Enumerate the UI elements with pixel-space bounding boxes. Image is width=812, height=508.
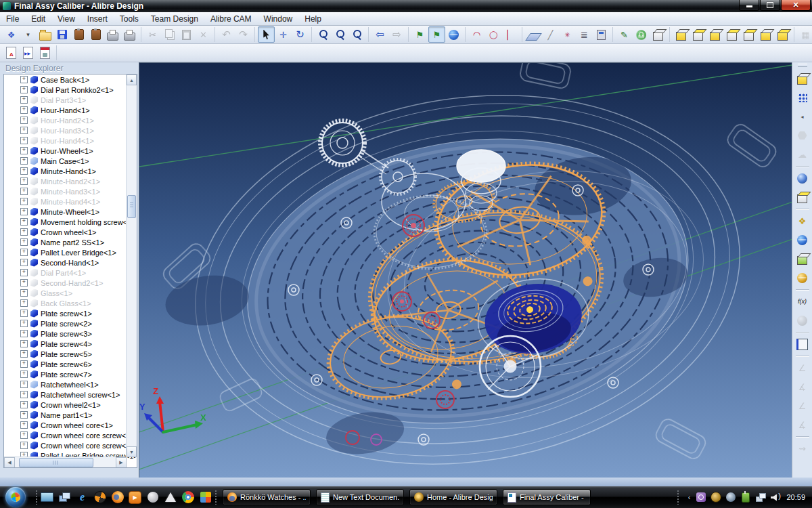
scroll-down-button[interactable]: ▼ [127,446,137,457]
new-dropdown-button[interactable]: ▾ [20,26,37,43]
notebook-button[interactable] [794,335,811,353]
tree-item[interactable]: +Glass<1> [4,288,137,298]
collapse-button[interactable]: ◂ [794,108,811,125]
tray-grip[interactable] [677,490,679,505]
help-cube-button[interactable] [650,26,667,43]
expand-toggle[interactable]: + [20,391,28,398]
tree-item[interactable]: +Name part1<1> [4,410,137,420]
viewport-3d[interactable]: Z Y X [139,62,792,478]
expand-toggle[interactable]: + [20,442,28,449]
render-sphere-button[interactable] [794,169,811,187]
print-preview-button[interactable] [121,26,138,43]
rotate-button[interactable]: ↻ [292,26,309,43]
vertical-scroll-thumb[interactable] [127,195,136,218]
tree-item[interactable]: +Plate screw<6> [4,359,137,369]
menu-tools[interactable]: Tools [114,14,145,24]
tree-item[interactable]: +Plate screw<2> [4,318,137,329]
avg-icon[interactable] [93,491,106,504]
expand-toggle[interactable]: + [20,350,28,358]
pattern-dots-button[interactable] [794,89,811,106]
expand-toggle[interactable]: + [20,320,28,327]
media-player-icon[interactable]: ▶ [129,491,141,504]
view-right-button[interactable] [723,26,740,43]
tree-item[interactable]: +Minute-Hand2<1> [4,176,137,186]
tree-item[interactable]: +Minute-Wheel<1> [4,207,137,217]
tree-item[interactable]: +Hour-Hand<1> [4,105,137,115]
horizontal-scroll-thumb[interactable] [19,458,93,467]
expand-toggle[interactable]: + [20,167,28,175]
tree-item[interactable]: +Hour-Hand2<1> [4,115,137,125]
tree-item[interactable]: +Crown wheel<1> [4,227,137,237]
scroll-right-button[interactable]: ▶ [116,457,127,468]
gold-globe-button[interactable] [794,269,811,287]
expand-toggle[interactable]: + [20,76,28,83]
expand-toggle[interactable]: + [20,198,28,205]
view-front-button[interactable] [673,26,690,43]
expand-toggle[interactable]: + [20,218,28,226]
tree-item[interactable]: +Crown wheel core screw<1> [4,430,137,440]
tree-item[interactable]: +Plate screw<1> [4,308,137,318]
measure-ellipse-button[interactable]: ◯ [485,26,502,43]
expand-toggle[interactable]: + [20,431,28,439]
tree-item[interactable]: +Plate screw<5> [4,349,137,359]
expand-toggle[interactable]: + [20,421,28,429]
snapshot-button[interactable] [37,45,53,61]
new-part-button[interactable]: ❖ [794,212,811,230]
quicklaunch-grip[interactable] [35,490,38,505]
insert-plane-button[interactable] [525,26,542,43]
expand-toggle[interactable]: + [20,96,28,104]
tree-item[interactable]: +Case Back<1> [4,75,137,85]
tree-item[interactable]: +Ratchetwheel<1> [4,379,137,389]
tree-vertical-scrollbar[interactable]: ▲ ▼ [126,75,137,457]
expand-toggle[interactable]: + [20,137,28,144]
menu-window[interactable]: Window [258,14,299,24]
tray-power-icon[interactable] [740,492,751,503]
markup-button[interactable]: ⚑ [411,26,428,43]
tasks-grip[interactable] [215,490,217,505]
expand-toggle[interactable]: + [20,249,28,256]
view-iso-button[interactable] [774,26,791,43]
start-button[interactable] [5,487,26,507]
tree-item[interactable]: +Hour-Wheel<1> [4,146,137,156]
expand-toggle[interactable]: + [20,208,28,215]
expand-toggle[interactable]: + [20,238,28,246]
tree-item[interactable]: +Second-Hand<1> [4,257,137,268]
tree-item[interactable]: +Crown wheel2<1> [4,400,137,410]
menu-edit[interactable]: Edit [25,14,51,24]
tree-item[interactable]: +Plate screw<4> [4,339,137,349]
measure-arc-button[interactable]: ◠ [468,26,485,43]
pattern-list-button[interactable]: ≣ [576,26,593,43]
tree-item[interactable]: +Dial Part Ronkko2<1> [4,85,137,95]
show-desktop-icon[interactable] [41,491,53,504]
tree-item[interactable]: +Plate screw<7> [4,369,137,379]
tray-network-icon[interactable] [755,492,766,503]
expand-toggle[interactable]: + [20,401,28,408]
expand-toggle[interactable]: + [20,127,28,134]
tray-volume-icon[interactable] [770,492,781,503]
minimize-button[interactable] [739,0,759,11]
taskbar-task-notepad[interactable]: New Text Documen... [316,489,404,505]
menu-file[interactable]: File [0,14,25,24]
check-out-button[interactable] [87,26,104,43]
check-in-button[interactable] [70,26,87,43]
expand-toggle[interactable]: + [20,310,28,317]
save-button[interactable] [53,26,70,43]
expand-toggle[interactable]: + [20,188,28,195]
view-bottom-button[interactable] [757,26,774,43]
tree-item[interactable]: +Pallet Lever Bridge<1> [4,247,137,257]
taskbar-task-alibre-doc[interactable]: Final Assy Caliber - ... [503,489,591,505]
markup-mode-button[interactable]: ⚑ [428,26,445,43]
open-button[interactable] [37,26,53,43]
taskbar-clock[interactable]: 20:59 [786,493,805,501]
window-switcher-icon[interactable] [58,491,71,504]
expand-toggle[interactable]: + [20,269,28,276]
tree-item[interactable]: +Movement holding screw<1> [4,217,137,227]
close-button[interactable]: ✕ [781,0,811,11]
tree-item[interactable]: +Crown wheel core screw<2> [4,440,137,450]
expand-toggle[interactable]: + [20,157,28,165]
publish-button[interactable] [20,45,37,61]
export-pdf-button[interactable] [3,45,20,61]
print-button[interactable] [104,26,121,43]
zoom-fit-button[interactable] [348,26,365,43]
insert-axis-button[interactable]: ╱ [542,26,559,43]
